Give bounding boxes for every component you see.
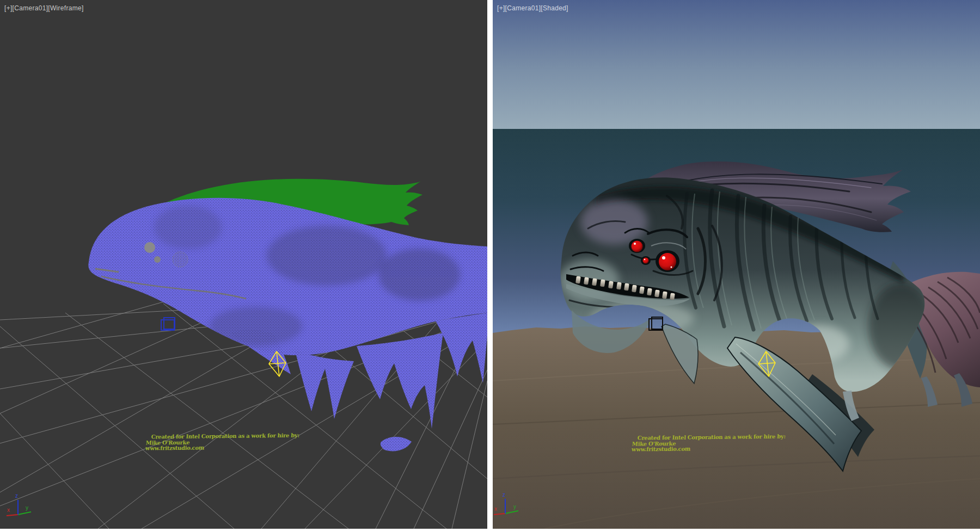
max-viewport-area: x y z [+][Camera01][Wireframe] Created f… xyxy=(0,0,980,532)
credit-text-shaded: Created for Intel Corporation as a work … xyxy=(632,434,802,453)
fish-eye-medium xyxy=(632,241,643,252)
viewport-menu-camera[interactable]: [Camera01] xyxy=(13,4,48,12)
fish-eye-small xyxy=(643,258,649,264)
fish-eye-large-wire xyxy=(173,252,188,267)
fish-eye-tiny-wire xyxy=(154,256,161,263)
sky xyxy=(493,0,980,129)
viewport-label-left: [+][Camera01][Wireframe] xyxy=(4,4,84,12)
viewport-divider[interactable] xyxy=(487,0,493,529)
fish-eye-small-wire xyxy=(144,242,155,253)
axis-z-label: z xyxy=(503,492,505,498)
viewport-menu-plus[interactable]: [+] xyxy=(497,4,505,12)
viewport-label-right: [+][Camera01][Shaded] xyxy=(497,4,568,12)
viewport-bottom-border xyxy=(0,529,980,532)
axis-x-label: x xyxy=(494,506,497,512)
viewport-menu-camera[interactable]: [Camera01] xyxy=(505,4,541,12)
fish-eye-large xyxy=(659,253,676,270)
viewport-menu-shading[interactable]: [Wireframe] xyxy=(48,4,83,12)
axis-x-label: x xyxy=(7,507,10,513)
viewport-menu-plus[interactable]: [+] xyxy=(4,4,13,12)
axis-y-label: y xyxy=(513,504,516,510)
axis-y-label: y xyxy=(26,505,28,511)
axis-z-label: z xyxy=(15,493,18,499)
credit-text-wireframe: Created for Intel Corporation as a work … xyxy=(145,432,316,451)
viewport-menu-shading[interactable]: [Shaded] xyxy=(541,4,568,12)
